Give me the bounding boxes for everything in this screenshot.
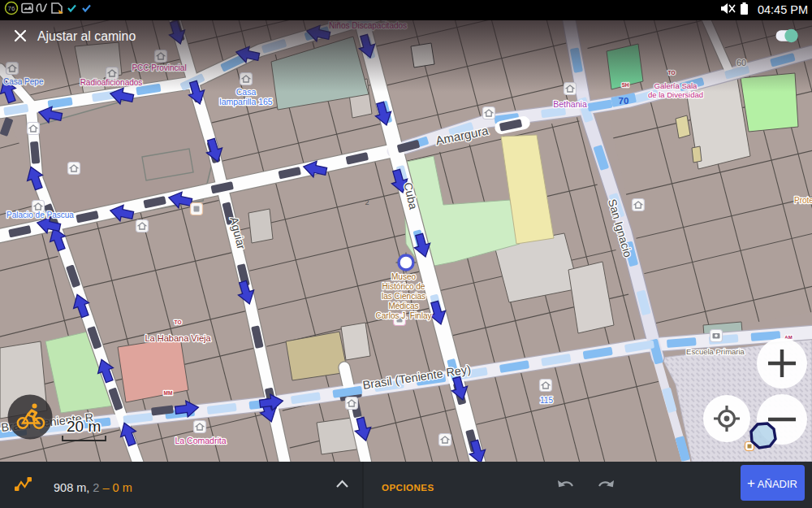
svg-text:115: 115 xyxy=(540,396,553,405)
svg-text:2: 2 xyxy=(365,198,369,206)
svg-text:La Comadrita: La Comadrita xyxy=(175,436,226,445)
svg-text:Histórico de: Histórico de xyxy=(382,282,425,291)
svg-text:La Habana Vieja: La Habana Vieja xyxy=(145,333,211,343)
svg-text:Ajustar al camino: Ajustar al camino xyxy=(37,29,136,43)
svg-text:OPCIONES: OPCIONES xyxy=(382,483,434,493)
svg-text:Escuela Primaria: Escuela Primaria xyxy=(686,347,745,356)
svg-text:20 m: 20 m xyxy=(67,418,101,435)
svg-text:Museo: Museo xyxy=(391,272,416,281)
svg-text:76: 76 xyxy=(8,5,15,12)
svg-text:04:45 PM: 04:45 PM xyxy=(758,3,808,16)
svg-text:70: 70 xyxy=(619,96,629,106)
svg-text:Médicas: Médicas xyxy=(388,302,418,310)
svg-text:Protec: Protec xyxy=(794,196,812,205)
svg-text:las Ciencias: las Ciencias xyxy=(382,292,425,301)
svg-text:lamparilla 165: lamparilla 165 xyxy=(219,97,273,106)
svg-text:Carlos J. Finlay: Carlos J. Finlay xyxy=(376,311,432,320)
svg-text:TO: TO xyxy=(175,319,182,325)
svg-text:MM: MM xyxy=(164,390,173,396)
svg-text:Palacio de Pascua: Palacio de Pascua xyxy=(6,211,74,219)
svg-text:Bethania: Bethania xyxy=(553,99,587,109)
svg-text:+ AÑADIR: + AÑADIR xyxy=(747,475,797,491)
svg-text:908 m, 2 – 0 m: 908 m, 2 – 0 m xyxy=(54,481,132,494)
